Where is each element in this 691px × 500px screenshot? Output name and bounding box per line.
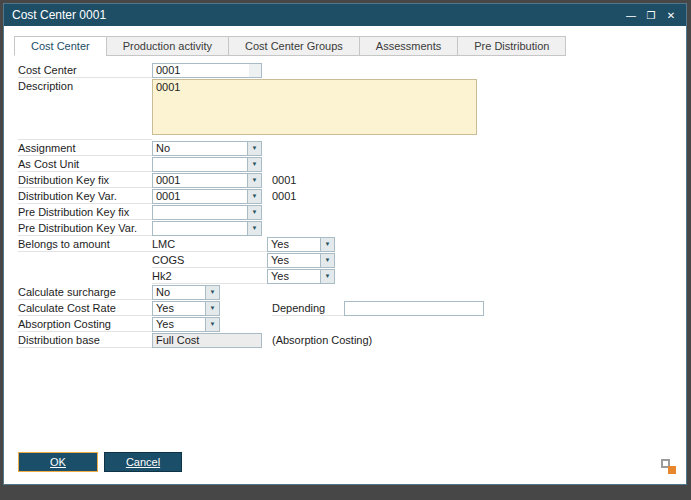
tab-cost-center[interactable]: Cost Center xyxy=(14,36,107,56)
chevron-down-icon: ▼ xyxy=(320,238,334,251)
belongs-spacer xyxy=(18,252,152,268)
dialog-window: Cost Center 0001 — ❐ ✕ Cost Center Produ… xyxy=(3,3,687,485)
row-description: Description 0001 xyxy=(18,78,672,140)
belongs-cogs-value: Yes xyxy=(268,254,320,267)
belongs-hk2-label: Hk2 xyxy=(152,268,267,284)
resize-grip-icon[interactable] xyxy=(661,459,676,474)
pre-distribution-key-var-label: Pre Distribution Key Var. xyxy=(18,220,152,236)
cost-center-input[interactable]: 0001 xyxy=(152,63,262,78)
distribution-key-fix-value: 0001 xyxy=(153,174,247,187)
distribution-key-var-description: 0001 xyxy=(272,190,296,202)
tab-cost-center-groups[interactable]: Cost Center Groups xyxy=(228,36,360,56)
assignment-label: Assignment xyxy=(18,140,152,156)
calculate-cost-rate-label: Calculate Cost Rate xyxy=(18,300,152,316)
chevron-down-icon: ▼ xyxy=(247,222,261,235)
pre-distribution-key-var-value xyxy=(153,222,247,235)
row-as-cost-unit: As Cost Unit ▼ xyxy=(18,156,672,172)
distribution-base-label: Distribution base xyxy=(18,332,152,348)
chevron-down-icon: ▼ xyxy=(320,270,334,283)
belongs-lmc-dropdown[interactable]: Yes ▼ xyxy=(267,237,335,252)
distribution-key-var-dropdown[interactable]: 0001 ▼ xyxy=(152,189,262,204)
calculate-cost-rate-dropdown[interactable]: Yes ▼ xyxy=(152,301,220,316)
as-cost-unit-value xyxy=(153,158,247,171)
belongs-to-amount-label: Belongs to amount xyxy=(18,236,152,252)
chevron-down-icon: ▼ xyxy=(205,286,219,299)
row-pre-distribution-key-var: Pre Distribution Key Var. ▼ xyxy=(18,220,672,236)
distribution-key-var-value: 0001 xyxy=(153,190,247,203)
description-label: Description xyxy=(18,78,152,140)
close-icon[interactable]: ✕ xyxy=(662,6,680,24)
as-cost-unit-label: As Cost Unit xyxy=(18,156,152,172)
row-distribution-key-var: Distribution Key Var. 0001 ▼ 0001 xyxy=(18,188,672,204)
belongs-hk2-value: Yes xyxy=(268,270,320,283)
chevron-down-icon: ▼ xyxy=(247,174,261,187)
belongs-hk2-dropdown[interactable]: Yes ▼ xyxy=(267,269,335,284)
belongs-cogs-label: COGS xyxy=(152,252,267,268)
row-distribution-key-fix: Distribution Key fix 0001 ▼ 0001 xyxy=(18,172,672,188)
row-calculate-surcharge: Calculate surcharge No ▼ xyxy=(18,284,672,300)
chevron-down-icon: ▼ xyxy=(247,206,261,219)
pre-distribution-key-fix-value xyxy=(153,206,247,219)
grip-orange-square xyxy=(668,466,676,474)
cancel-button[interactable]: Cancel xyxy=(104,452,182,472)
row-absorption-costing: Absorption Costing Yes ▼ xyxy=(18,316,672,332)
tab-production-activity[interactable]: Production activity xyxy=(106,36,229,56)
cost-center-input-tail xyxy=(249,64,261,77)
assignment-dropdown[interactable]: No ▼ xyxy=(152,141,262,156)
calculate-surcharge-value: No xyxy=(153,286,205,299)
depending-label: Depending xyxy=(272,300,344,316)
row-distribution-base: Distribution base Full Cost (Absorption … xyxy=(18,332,672,348)
assignment-value: No xyxy=(153,142,247,155)
distribution-base-value: Full Cost xyxy=(153,334,261,346)
minimize-icon[interactable]: — xyxy=(622,6,640,24)
distribution-key-fix-dropdown[interactable]: 0001 ▼ xyxy=(152,173,262,188)
belongs-lmc-label: LMC xyxy=(152,236,267,252)
row-calculate-cost-rate: Calculate Cost Rate Yes ▼ Depending xyxy=(18,300,672,316)
calculate-cost-rate-value: Yes xyxy=(153,302,205,315)
distribution-base-input[interactable]: Full Cost xyxy=(152,333,262,348)
window-controls: — ❐ ✕ xyxy=(622,6,680,24)
distribution-key-fix-description: 0001 xyxy=(272,174,296,186)
description-textarea[interactable]: 0001 xyxy=(152,79,477,135)
absorption-costing-value: Yes xyxy=(153,318,205,331)
ok-button[interactable]: OK xyxy=(18,452,98,472)
cost-center-value: 0001 xyxy=(153,64,249,76)
chevron-down-icon: ▼ xyxy=(205,318,219,331)
chevron-down-icon: ▼ xyxy=(320,254,334,267)
cost-center-label: Cost Center xyxy=(18,62,152,78)
title-bar[interactable]: Cost Center 0001 — ❐ ✕ xyxy=(4,4,686,26)
as-cost-unit-dropdown[interactable]: ▼ xyxy=(152,157,262,172)
row-belongs-to-amount-hk2: Hk2 Yes ▼ xyxy=(18,268,672,284)
absorption-costing-label: Absorption Costing xyxy=(18,316,152,332)
cost-center-form: Cost Center 0001 Description 0001 Assign… xyxy=(18,62,672,348)
calculate-surcharge-dropdown[interactable]: No ▼ xyxy=(152,285,220,300)
pre-distribution-key-fix-label: Pre Distribution Key fix xyxy=(18,204,152,220)
row-belongs-to-amount-cogs: COGS Yes ▼ xyxy=(18,252,672,268)
belongs-spacer xyxy=(18,268,152,284)
distribution-key-fix-label: Distribution Key fix xyxy=(18,172,152,188)
calculate-surcharge-label: Calculate surcharge xyxy=(18,284,152,300)
desktop-background: Cost Center 0001 — ❐ ✕ Cost Center Produ… xyxy=(0,0,691,500)
footer-buttons: OK Cancel xyxy=(18,452,182,472)
chevron-down-icon: ▼ xyxy=(205,302,219,315)
distribution-key-var-label: Distribution Key Var. xyxy=(18,188,152,204)
window-title: Cost Center 0001 xyxy=(12,8,622,22)
row-assignment: Assignment No ▼ xyxy=(18,140,672,156)
chevron-down-icon: ▼ xyxy=(247,158,261,171)
depending-input[interactable] xyxy=(344,301,484,316)
pre-distribution-key-fix-dropdown[interactable]: ▼ xyxy=(152,205,262,220)
belongs-cogs-dropdown[interactable]: Yes ▼ xyxy=(267,253,335,268)
tab-strip: Cost Center Production activity Cost Cen… xyxy=(14,36,686,56)
chevron-down-icon: ▼ xyxy=(247,190,261,203)
chevron-down-icon: ▼ xyxy=(247,142,261,155)
belongs-lmc-value: Yes xyxy=(268,238,320,251)
tab-assessments[interactable]: Assessments xyxy=(359,36,458,56)
pre-distribution-key-var-dropdown[interactable]: ▼ xyxy=(152,221,262,236)
row-cost-center: Cost Center 0001 xyxy=(18,62,672,78)
absorption-costing-dropdown[interactable]: Yes ▼ xyxy=(152,317,220,332)
maximize-icon[interactable]: ❐ xyxy=(642,6,660,24)
distribution-base-note: (Absorption Costing) xyxy=(272,334,372,346)
row-belongs-to-amount-lmc: Belongs to amount LMC Yes ▼ xyxy=(18,236,672,252)
row-pre-distribution-key-fix: Pre Distribution Key fix ▼ xyxy=(18,204,672,220)
tab-pre-distribution[interactable]: Pre Distribution xyxy=(457,36,566,56)
